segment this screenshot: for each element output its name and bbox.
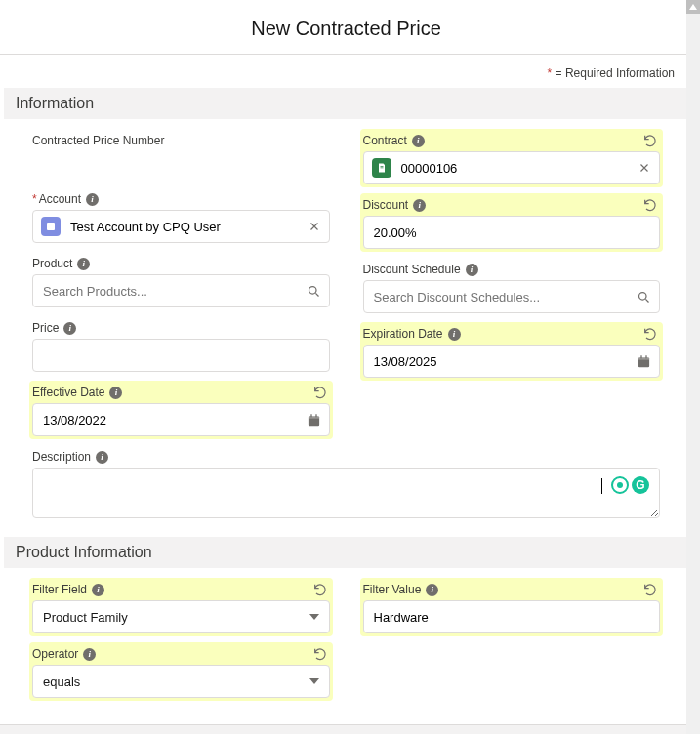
filter-field-value: Product Family: [43, 610, 128, 625]
info-icon[interactable]: i: [92, 584, 104, 596]
field-filter-field: Filter Field i Product Family: [29, 578, 333, 636]
section-information: Information: [4, 88, 688, 119]
svg-point-1: [309, 286, 316, 294]
scroll-up-arrow[interactable]: [686, 0, 700, 14]
label-price: Price: [32, 321, 59, 335]
discount-input-box[interactable]: [363, 216, 661, 249]
undo-icon[interactable]: [312, 646, 328, 662]
info-icon[interactable]: i: [83, 648, 96, 661]
account-icon: [41, 217, 61, 236]
clear-contract-icon[interactable]: [638, 161, 651, 175]
info-icon[interactable]: i: [466, 264, 478, 276]
field-operator: Operator i equals: [29, 642, 333, 701]
filter-field-select[interactable]: Product Family: [32, 600, 330, 633]
info-icon[interactable]: i: [109, 387, 122, 399]
svg-rect-10: [638, 357, 649, 360]
page-title: New Contracted Price: [0, 0, 692, 55]
scrollbar-track[interactable]: [686, 14, 700, 734]
search-icon[interactable]: [307, 284, 321, 299]
product-input[interactable]: [41, 283, 301, 300]
calendar-icon[interactable]: [307, 413, 321, 428]
field-account: * Account i: [29, 187, 333, 246]
svg-point-8: [639, 292, 647, 300]
grammarly-widget[interactable]: G: [611, 476, 649, 494]
discount-input[interactable]: [372, 224, 652, 241]
discount-schedule-lookup[interactable]: [363, 280, 661, 313]
required-star: *: [32, 192, 37, 206]
svg-rect-5: [315, 414, 316, 417]
info-icon[interactable]: i: [448, 328, 461, 341]
effective-date-input[interactable]: [41, 412, 301, 428]
field-effective-date: Effective Date i: [29, 381, 333, 439]
svg-rect-4: [310, 414, 311, 417]
field-price: Price i: [29, 316, 333, 375]
required-star: *: [548, 66, 553, 80]
contract-input[interactable]: [399, 160, 633, 177]
chevron-down-icon: [309, 678, 319, 684]
contract-icon: [372, 158, 391, 178]
field-expiration-date: Expiration Date i: [360, 322, 664, 381]
grammarly-status-icon: [611, 476, 629, 494]
required-legend: * = Required Information: [0, 55, 692, 88]
info-icon[interactable]: i: [96, 451, 108, 464]
label-expiration-date: Expiration Date: [363, 327, 443, 341]
operator-select[interactable]: equals: [32, 665, 330, 698]
undo-icon[interactable]: [642, 197, 658, 213]
undo-icon[interactable]: [642, 133, 658, 148]
svg-rect-3: [308, 416, 318, 419]
info-icon[interactable]: i: [412, 135, 425, 147]
undo-icon[interactable]: [312, 582, 328, 597]
footer-actions: Cancel Save & New Save: [0, 724, 692, 734]
field-contracted-price-number: Contracted Price Number: [29, 129, 333, 182]
label-contracted-price-number: Contracted Price Number: [32, 134, 164, 147]
clear-account-icon[interactable]: [308, 220, 321, 233]
filter-value-input-box[interactable]: [363, 600, 661, 633]
info-icon[interactable]: i: [426, 584, 438, 596]
field-contract: Contract i: [360, 129, 664, 187]
label-filter-value: Filter Value: [363, 583, 422, 596]
price-input[interactable]: [41, 347, 321, 364]
text-cursor: [601, 478, 602, 494]
label-operator: Operator: [32, 647, 78, 661]
undo-icon[interactable]: [312, 385, 328, 400]
calendar-icon[interactable]: [637, 354, 651, 369]
section-product-information: Product Information: [4, 537, 688, 568]
discount-schedule-input[interactable]: [372, 289, 632, 306]
grammarly-logo-icon: G: [632, 476, 649, 494]
info-icon[interactable]: i: [63, 322, 76, 335]
field-discount: Discount i: [360, 193, 664, 252]
label-discount-schedule: Discount Schedule: [363, 263, 461, 276]
expiration-date-input[interactable]: [372, 353, 632, 370]
label-discount: Discount: [363, 198, 409, 212]
account-input[interactable]: [68, 219, 302, 235]
label-account: Account: [39, 192, 81, 206]
undo-icon[interactable]: [642, 582, 658, 597]
expiration-date-picker[interactable]: [363, 345, 661, 378]
contract-lookup[interactable]: [363, 151, 661, 184]
price-input-box[interactable]: [32, 339, 330, 372]
info-icon[interactable]: i: [86, 193, 99, 206]
svg-rect-6: [380, 166, 383, 167]
svg-rect-12: [645, 355, 646, 358]
field-product: Product i: [29, 252, 333, 310]
operator-value: equals: [43, 674, 80, 689]
field-filter-value: Filter Value i: [360, 578, 664, 636]
svg-rect-11: [640, 355, 641, 358]
undo-icon[interactable]: [642, 326, 658, 342]
svg-rect-0: [47, 223, 55, 230]
label-description: Description: [32, 450, 91, 464]
field-description: Description i G: [29, 445, 663, 521]
label-contract: Contract: [363, 134, 407, 147]
chevron-down-icon: [309, 614, 319, 620]
search-icon[interactable]: [637, 290, 651, 305]
product-lookup[interactable]: [32, 274, 330, 307]
description-textarea[interactable]: G: [32, 468, 660, 518]
account-lookup[interactable]: [32, 210, 330, 243]
field-discount-schedule: Discount Schedule i: [360, 258, 664, 316]
info-icon[interactable]: i: [77, 258, 90, 270]
effective-date-picker[interactable]: [32, 403, 330, 436]
svg-rect-7: [380, 168, 383, 169]
label-effective-date: Effective Date: [32, 386, 104, 399]
filter-value-input[interactable]: [372, 609, 652, 626]
info-icon[interactable]: i: [413, 199, 426, 212]
